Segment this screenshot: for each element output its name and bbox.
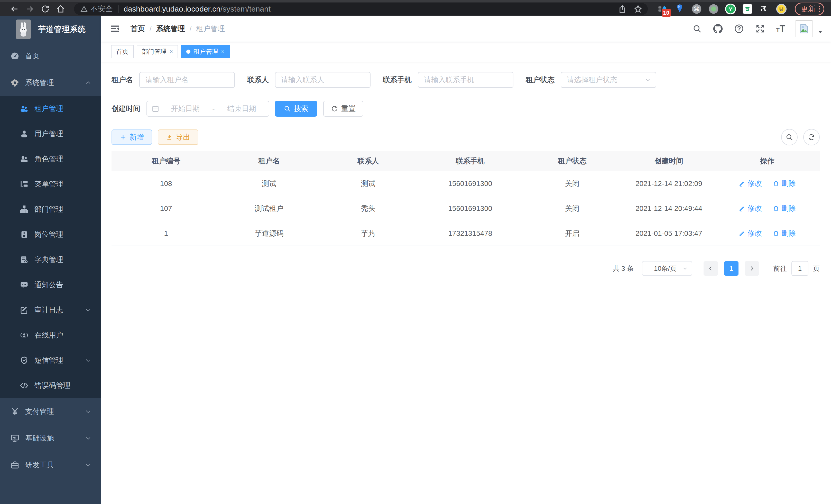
extension-chat-icon[interactable] [742,3,753,14]
svg-text:Y: Y [729,6,733,12]
role-icon [20,154,29,164]
page-size-select[interactable]: 10条/页 [642,261,692,276]
show-search-toggle-button[interactable] [781,129,798,145]
breadcrumb-home[interactable]: 首页 [131,24,145,34]
add-button[interactable]: 新增 [112,129,152,145]
sidebar-item-infra[interactable]: 基础设施 [0,425,101,452]
error-code-icon [20,381,29,390]
edit-link[interactable]: 修改 [739,228,762,238]
extension-badge: 10 [662,9,671,17]
tag-home[interactable]: 首页 [111,45,134,58]
date-range-picker[interactable]: 开始日期 - 结束日期 [146,101,269,117]
avatar-caret-icon[interactable] [817,29,823,35]
sidebar-item-menu[interactable]: 菜单管理 [0,172,101,197]
next-page-button[interactable] [745,261,759,276]
tag-close-icon[interactable]: × [221,49,225,55]
breadcrumb-system[interactable]: 系统管理 [156,24,185,34]
reset-button[interactable]: 重置 [323,101,363,117]
extension-y-icon[interactable]: Y [725,3,736,14]
browser-menu-icon[interactable] [819,6,820,12]
address-bar[interactable]: 不安全 dashboard.yudao.iocoder.cn /system/t… [74,3,648,15]
sidebar-item-label: 在线用户 [34,330,101,340]
delete-link[interactable]: 删除 [773,228,796,238]
edit-link[interactable]: 修改 [739,203,762,213]
badge-icon [20,230,29,239]
header-search-icon[interactable] [692,24,702,33]
page-content: 租户名 联系人 联系手机 租户状态 请选择租户状态 [101,62,831,276]
help-icon[interactable] [734,24,744,34]
cell-tenant-name: 芋道源码 [221,221,318,246]
tag-tenant[interactable]: 租户管理 × [181,45,230,58]
chevron-down-icon [644,77,651,83]
contact-input[interactable] [275,72,371,88]
tag-label: 租户管理 [194,48,218,56]
notice-icon [20,280,29,290]
sidebar-item-post[interactable]: 岗位管理 [0,222,101,247]
browser-update-button[interactable]: 更新 [795,3,824,16]
sidebar-item-audit-log[interactable]: 审计日志 [0,297,101,323]
export-button-label: 导出 [176,132,190,142]
page-number-current[interactable]: 1 [724,261,739,276]
extension-record-icon[interactable] [708,3,719,14]
mobile-input[interactable] [418,72,513,88]
sidebar-item-user[interactable]: 用户管理 [0,121,101,146]
search-button[interactable]: 搜索 [275,101,317,117]
end-date-placeholder[interactable]: 结束日期 [220,104,264,114]
table-row: 107 测试租户 秃头 15601691300 关闭 2021-12-14 20… [112,196,820,221]
extension-puzzle-icon[interactable] [759,3,770,14]
app-logo [16,20,31,39]
tag-close-icon[interactable]: × [170,49,173,55]
delete-link[interactable]: 删除 [773,203,796,213]
sidebar-item-dict[interactable]: 字典管理 [0,247,101,272]
prev-page-button[interactable] [704,261,718,276]
sidebar-item-tenant[interactable]: 租户管理 [0,96,101,121]
tag-dept[interactable]: 部门管理 × [137,45,178,58]
browser-home-icon[interactable] [54,3,67,14]
bookmark-star-icon[interactable] [633,4,643,13]
extension-diamond-icon[interactable]: 10 [657,3,668,14]
status-select[interactable]: 请选择租户状态 [561,72,656,88]
extension-emoji-icon[interactable] [776,3,787,14]
refresh-table-button[interactable] [803,129,820,145]
url-host[interactable]: dashboard.yudao.iocoder.cn [123,5,221,13]
cell-tenant-id: 1 [112,221,221,246]
sidebar-item-role[interactable]: 角色管理 [0,146,101,172]
sidebar-item-online-user[interactable]: 在线用户 [0,323,101,348]
goto-page-input[interactable] [792,261,808,276]
app-logo-bar[interactable]: 芋道管理系统 [0,16,101,42]
url-path[interactable]: /system/tenant [221,5,270,13]
cell-contact: 芋艿 [318,221,419,246]
tenant-name-label: 租户名 [112,75,133,85]
tenant-name-input[interactable] [139,72,235,88]
sidebar-item-devtool[interactable]: 研发工具 [0,452,101,478]
breadcrumb-separator: / [190,25,192,33]
sidebar-item-pay[interactable]: 支付管理 [0,398,101,425]
security-label[interactable]: 不安全 [90,4,113,14]
github-icon[interactable] [713,24,723,34]
browser-forward-icon[interactable] [23,3,36,14]
extension-pin-icon[interactable] [674,3,685,14]
browser-reload-icon[interactable] [38,3,52,14]
export-button[interactable]: 导出 [158,129,198,145]
font-size-icon[interactable]: TT [776,23,785,34]
sidebar-item-error-code[interactable]: 错误码管理 [0,373,101,398]
sidebar-item-home[interactable]: 首页 [0,42,101,69]
avatar[interactable] [796,20,812,37]
cell-status: 关闭 [522,196,623,221]
sidebar-item-notice[interactable]: 通知公告 [0,272,101,297]
browser-back-icon[interactable] [8,3,21,14]
share-icon[interactable] [618,5,627,13]
pagination: 共 3 条 10条/页 1 前往 页 [112,261,820,276]
sidebar-item-sms[interactable]: 短信管理 [0,348,101,373]
sidebar-item-dept[interactable]: 部门管理 [0,197,101,222]
delete-link[interactable]: 删除 [773,179,796,188]
fullscreen-icon[interactable] [755,24,765,34]
sidebar-item-system[interactable]: 系统管理 [0,69,101,96]
sidebar-toggle-icon[interactable] [109,24,122,34]
extension-command-icon[interactable]: ⌘ [691,3,702,14]
security-warning-icon[interactable] [80,5,88,13]
edit-link[interactable]: 修改 [739,179,762,188]
active-tag-dot [186,50,191,54]
start-date-placeholder[interactable]: 开始日期 [163,104,208,114]
sidebar-item-label: 岗位管理 [34,230,101,239]
